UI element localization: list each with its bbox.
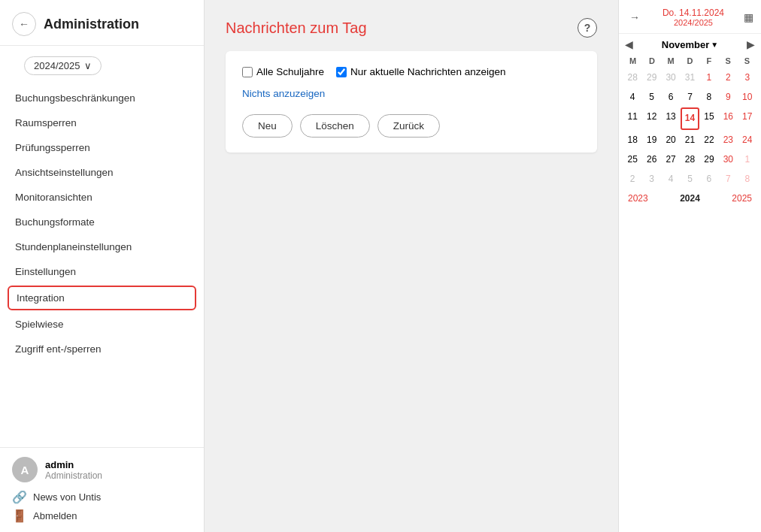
calendar-year[interactable]: 2025 (732, 193, 752, 204)
calendar-day[interactable]: 4 (662, 170, 680, 189)
calendar-day[interactable]: 8 (700, 88, 718, 107)
alle-schuljahre-input[interactable] (242, 67, 253, 77)
nav-list: BuchungsbeschränkungenRaumsperrenPrüfung… (0, 83, 204, 447)
calendar-month-nav: ◀ November ▼ ▶ (619, 34, 761, 55)
alle-schuljahre-checkbox[interactable]: Alle Schuljahre (242, 66, 324, 77)
calendar-day[interactable]: 28 (681, 150, 699, 169)
calendar-day[interactable]: 24 (738, 131, 756, 150)
calendar-day[interactable]: 17 (738, 107, 756, 129)
footer-link[interactable]: 🔗News von Untis (12, 490, 192, 504)
calendar-day[interactable]: 11 (623, 107, 641, 129)
sidebar-nav-item[interactable]: Stundenplaneinstellungen (0, 234, 204, 259)
calendar-day[interactable]: 7 (719, 170, 737, 189)
sidebar-nav-item[interactable]: Raumsperren (0, 110, 204, 135)
calendar-day[interactable]: 16 (719, 107, 737, 129)
calendar-day[interactable]: 3 (642, 170, 660, 189)
nur-aktuelle-input[interactable] (336, 67, 347, 77)
calendar-day[interactable]: 20 (662, 131, 680, 150)
sidebar-title: Administration (44, 17, 139, 32)
footer-link-icon: 🚪 (12, 509, 27, 523)
zurueck-button[interactable]: Zurück (377, 114, 440, 138)
calendar-day[interactable]: 5 (681, 170, 699, 189)
footer-link-label: News von Untis (33, 491, 101, 503)
nothing-text[interactable]: Nichts anzuzeigen (242, 88, 581, 99)
calendar-day[interactable]: 7 (681, 88, 699, 107)
calendar-day[interactable]: 18 (623, 131, 641, 150)
calendar-day[interactable]: 23 (719, 131, 737, 150)
calendar-month-label[interactable]: November ▼ (662, 39, 718, 50)
calendar-day[interactable]: 3 (738, 68, 756, 87)
calendar-year[interactable]: 2023 (628, 193, 648, 204)
calendar-day[interactable]: 14 (681, 107, 699, 129)
calendar-weekday: D (642, 55, 661, 67)
calendar-day[interactable]: 13 (662, 107, 680, 129)
calendar-today-year: 2024/2025 (662, 18, 724, 27)
calendar-day[interactable]: 9 (719, 88, 737, 107)
help-button[interactable]: ? (578, 18, 597, 38)
calendar-day[interactable]: 31 (681, 68, 699, 87)
calendar-day[interactable]: 27 (662, 150, 680, 169)
sidebar-header: ← Administration (0, 0, 204, 46)
calendar-day[interactable]: 30 (719, 150, 737, 169)
calendar-day[interactable]: 29 (642, 68, 660, 87)
sidebar-nav-item[interactable]: Einstellungen (0, 259, 204, 284)
calendar-prev-month[interactable]: ◀ (625, 38, 633, 50)
loeschen-button[interactable]: Löschen (300, 114, 370, 138)
calendar-next-month[interactable]: ▶ (747, 38, 755, 50)
year-selector[interactable]: 2024/2025 ∨ (24, 56, 102, 75)
user-role: Administration (45, 470, 102, 481)
calendar-grid-icon[interactable]: ▦ (744, 11, 753, 23)
calendar-day[interactable]: 6 (700, 170, 718, 189)
calendar-day[interactable]: 1 (738, 150, 756, 169)
calendar-day[interactable]: 8 (738, 170, 756, 189)
calendar-day[interactable]: 6 (662, 88, 680, 107)
calendar-weekdays: MDMDFSS (623, 55, 756, 67)
sidebar-nav-item[interactable]: Buchungsformate (0, 210, 204, 234)
calendar-day[interactable]: 12 (642, 107, 660, 129)
calendar-forward-arrow[interactable]: → (626, 10, 643, 25)
calendar-day[interactable]: 15 (700, 107, 718, 129)
calendar-day[interactable]: 29 (700, 150, 718, 169)
calendar-day[interactable]: 10 (738, 88, 756, 107)
sidebar-nav-item[interactable]: Prüfungssperren (0, 135, 204, 160)
calendar-grid: MDMDFSS 28293031123456789101112131415161… (619, 55, 761, 189)
nur-aktuelle-checkbox[interactable]: Nur aktuelle Nachrichten anzeigen (336, 66, 505, 77)
sidebar-nav-item[interactable]: Spielwiese (0, 312, 204, 337)
neu-button[interactable]: Neu (242, 114, 293, 138)
sidebar-nav-item[interactable]: Integration (8, 286, 196, 310)
calendar-day[interactable]: 4 (623, 88, 641, 107)
checkbox-row: Alle Schuljahre Nur aktuelle Nachrichten… (242, 66, 581, 77)
calendar-day[interactable]: 5 (642, 88, 660, 107)
calendar-day[interactable]: 1 (700, 68, 718, 87)
calendar-year[interactable]: 2024 (680, 193, 700, 204)
calendar-weekday: S (738, 55, 756, 67)
footer-link[interactable]: 🚪Abmelden (12, 509, 192, 523)
calendar-day[interactable]: 22 (700, 131, 718, 150)
sidebar: ← Administration 2024/2025 ∨ Buchungsbes… (0, 0, 205, 532)
calendar-day[interactable]: 30 (662, 68, 680, 87)
calendar-weekday: F (699, 55, 718, 67)
calendar-day[interactable]: 21 (681, 131, 699, 150)
calendar-day[interactable]: 2 (623, 170, 641, 189)
user-name: admin (45, 459, 102, 470)
footer-link-label: Abmelden (33, 510, 77, 521)
avatar: A (12, 457, 38, 482)
calendar-day[interactable]: 28 (623, 68, 641, 87)
calendar-day[interactable]: 25 (623, 150, 641, 169)
sidebar-nav-item[interactable]: Zugriff ent-/sperren (0, 337, 204, 361)
calendar-weekday: S (718, 55, 737, 67)
page-title: Nachrichten zum Tag (226, 20, 367, 37)
calendar-weekday: M (623, 55, 642, 67)
calendar-day[interactable]: 2 (719, 68, 737, 87)
page-header: Nachrichten zum Tag ? (226, 18, 597, 38)
calendar-weekday: M (662, 55, 681, 67)
sidebar-nav-item[interactable]: Monitoransichten (0, 185, 204, 210)
calendar-day[interactable]: 26 (642, 150, 660, 169)
calendar-year-row: 202320242025 (619, 189, 761, 207)
calendar-top: → Do. 14.11.2024 2024/2025 ▦ (619, 0, 761, 34)
sidebar-nav-item[interactable]: Ansichtseinstellungen (0, 160, 204, 185)
sidebar-nav-item[interactable]: Buchungsbeschränkungen (0, 86, 204, 110)
back-button[interactable]: ← (12, 12, 36, 36)
calendar-day[interactable]: 19 (642, 131, 660, 150)
user-info: A admin Administration (12, 457, 192, 482)
